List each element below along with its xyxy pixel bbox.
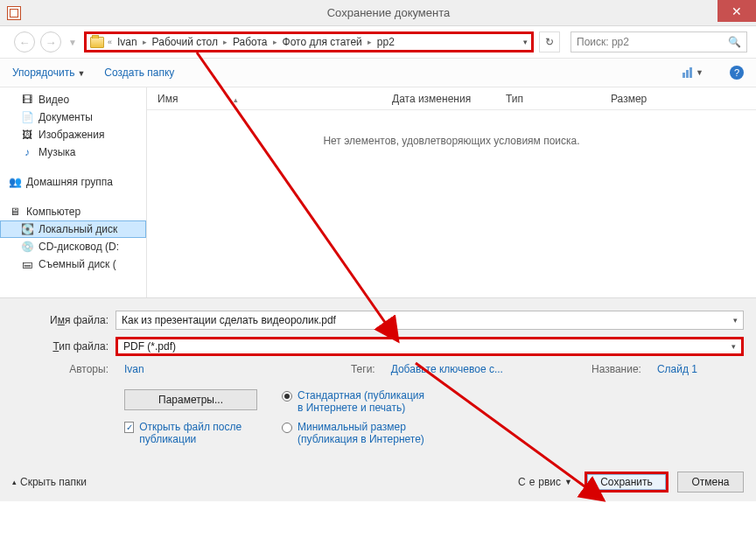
computer-icon: 🖥 bbox=[9, 206, 21, 218]
open-after-checkbox[interactable]: ✓ Открыть файл после публикации bbox=[124, 421, 275, 445]
tree-item-homegroup[interactable]: 👥Домашняя группа bbox=[0, 173, 146, 191]
filetype-label: Тип файла: bbox=[12, 340, 116, 353]
column-headers: Имя ▴ Дата изменения Тип Размер bbox=[147, 87, 756, 110]
tags-value[interactable]: Добавьте ключевое с... bbox=[391, 363, 503, 375]
filename-label: Имя файла: bbox=[12, 314, 116, 326]
chevron-right-icon: ▸ bbox=[271, 38, 279, 46]
col-date[interactable]: Дата изменения bbox=[382, 93, 495, 105]
dialog-footer: ▴Скрыть папки Сервис▼ Сохранить Отмена bbox=[12, 472, 744, 493]
video-icon: 🎞 bbox=[21, 94, 33, 106]
triangle-up-icon: ▴ bbox=[12, 478, 17, 486]
chevron-right-icon: ▸ bbox=[141, 38, 149, 46]
filename-input[interactable]: Как из презентации сделать видеоролик.pd… bbox=[116, 311, 744, 330]
parameters-button[interactable]: Параметры... bbox=[124, 389, 257, 410]
hide-folders-toggle[interactable]: ▴Скрыть папки bbox=[12, 476, 87, 488]
metadata-row: Авторы: Ivan Теги: Добавьте ключевое с..… bbox=[12, 363, 744, 375]
tree-item-computer[interactable]: 🖥Компьютер bbox=[0, 203, 146, 220]
col-name[interactable]: Имя ▴ bbox=[147, 93, 382, 105]
document-icon: 📄 bbox=[21, 111, 33, 123]
title-label: Название: bbox=[545, 363, 648, 375]
homegroup-icon: 👥 bbox=[9, 176, 21, 188]
radio-icon bbox=[282, 423, 292, 433]
help-button[interactable]: ? bbox=[730, 66, 744, 80]
search-input[interactable]: Поиск: pp2 🔍 bbox=[570, 31, 747, 52]
radio-icon bbox=[282, 391, 292, 402]
radio-minimal[interactable]: Минимальный размер (публикация в Интерне… bbox=[282, 421, 429, 445]
music-icon: ♪ bbox=[21, 146, 33, 158]
tree-item-cd-drive[interactable]: 💿CD-дисковод (D: bbox=[0, 238, 146, 255]
forward-button[interactable]: → bbox=[40, 31, 61, 52]
view-options[interactable]: ▼ bbox=[682, 67, 704, 78]
breadcrumb-dropdown-icon[interactable]: ▾ bbox=[523, 38, 528, 46]
filetype-row: Тип файла: PDF (*.pdf)▾ bbox=[12, 337, 744, 356]
breadcrumb-bar[interactable]: « Ivan ▸ Рабочий стол ▸ Работа ▸ Фото дл… bbox=[84, 31, 534, 52]
nav-row: ← → ▼ « Ivan ▸ Рабочий стол ▸ Работа ▸ Ф… bbox=[0, 26, 756, 58]
service-menu[interactable]: Сервис▼ bbox=[518, 476, 572, 488]
authors-label: Авторы: bbox=[12, 363, 116, 375]
tree-item-documents[interactable]: 📄Документы bbox=[0, 108, 146, 126]
col-type[interactable]: Тип bbox=[495, 93, 600, 105]
app-icon bbox=[7, 6, 21, 20]
save-button[interactable]: Сохранить bbox=[584, 472, 668, 493]
usb-icon: 🖴 bbox=[21, 258, 33, 270]
options-row: Параметры... ✓ Открыть файл после публик… bbox=[12, 389, 744, 452]
history-dropdown-icon[interactable]: ▼ bbox=[66, 38, 79, 47]
title-value[interactable]: Слайд 1 bbox=[657, 363, 697, 375]
search-icon: 🔍 bbox=[728, 36, 741, 48]
filetype-select[interactable]: PDF (*.pdf)▾ bbox=[116, 337, 744, 356]
chevron-right-icon: ▸ bbox=[366, 38, 374, 46]
new-folder-button[interactable]: Создать папку bbox=[104, 66, 174, 79]
dropdown-icon[interactable]: ▾ bbox=[733, 316, 738, 325]
back-button[interactable]: ← bbox=[14, 31, 35, 52]
tree-item-removable[interactable]: 🖴Съемный диск ( bbox=[0, 255, 146, 273]
filename-row: Имя файла: Как из презентации сделать ви… bbox=[12, 311, 744, 330]
breadcrumb-item[interactable]: Ivan bbox=[114, 36, 141, 48]
file-list-pane: Имя ▴ Дата изменения Тип Размер Нет элем… bbox=[147, 87, 756, 297]
dropdown-icon[interactable]: ▾ bbox=[732, 342, 736, 351]
tree-item-local-disk[interactable]: 💽Локальный диск bbox=[0, 220, 146, 238]
breadcrumb-prefix: « bbox=[106, 38, 114, 46]
breadcrumb-item[interactable]: Фото для статей bbox=[279, 36, 366, 48]
nav-tree[interactable]: 🎞Видео 📄Документы 🖼Изображения ♪Музыка 👥… bbox=[0, 87, 147, 297]
cd-icon: 💿 bbox=[21, 241, 33, 253]
tags-label: Теги: bbox=[279, 363, 382, 375]
folder-icon bbox=[90, 37, 104, 48]
save-options-panel: Имя файла: Как из презентации сделать ви… bbox=[0, 297, 756, 501]
toolbar: Упорядочить▼ Создать папку ▼ ? bbox=[0, 58, 756, 87]
cancel-button[interactable]: Отмена bbox=[677, 472, 744, 493]
authors-value[interactable]: Ivan bbox=[124, 363, 144, 375]
empty-message: Нет элементов, удовлетворяющих условиям … bbox=[147, 135, 756, 147]
radio-standard[interactable]: Стандартная (публикация в Интернете и пе… bbox=[282, 389, 429, 414]
titlebar: Сохранение документа ✕ bbox=[0, 0, 756, 26]
tree-item-videos[interactable]: 🎞Видео bbox=[0, 91, 146, 108]
view-icon bbox=[682, 67, 692, 78]
refresh-button[interactable]: ↻ bbox=[539, 31, 560, 52]
checkbox-icon: ✓ bbox=[124, 422, 134, 433]
close-button[interactable]: ✕ bbox=[718, 0, 756, 22]
breadcrumb-item[interactable]: Рабочий стол bbox=[149, 36, 221, 48]
tree-item-images[interactable]: 🖼Изображения bbox=[0, 126, 146, 143]
tree-item-music[interactable]: ♪Музыка bbox=[0, 143, 146, 161]
disk-icon: 💽 bbox=[21, 223, 33, 235]
breadcrumb-item[interactable]: Работа bbox=[229, 36, 271, 48]
image-icon: 🖼 bbox=[21, 129, 33, 141]
col-size[interactable]: Размер bbox=[600, 93, 688, 105]
chevron-right-icon: ▸ bbox=[221, 38, 229, 46]
breadcrumb-item[interactable]: pp2 bbox=[374, 36, 398, 48]
organize-menu[interactable]: Упорядочить▼ bbox=[12, 66, 85, 79]
search-placeholder: Поиск: pp2 bbox=[577, 36, 629, 48]
body: 🎞Видео 📄Документы 🖼Изображения ♪Музыка 👥… bbox=[0, 87, 756, 297]
window-title: Сохранение документа bbox=[21, 6, 756, 19]
